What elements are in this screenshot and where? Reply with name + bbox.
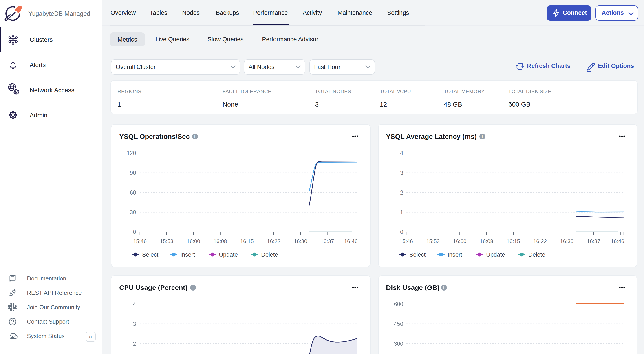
svg-text:90: 90 [130,169,136,176]
svg-text:2: 2 [400,189,403,196]
svg-text:16:08: 16:08 [213,238,227,244]
svg-text:15:46: 15:46 [133,238,146,244]
svg-text:i: i [192,285,193,290]
svg-text:15:53: 15:53 [426,238,440,244]
svg-text:16:15: 16:15 [240,238,254,244]
svg-text:16:30: 16:30 [560,238,573,244]
svg-text:4: 4 [400,149,403,156]
svg-text:0: 0 [400,229,403,235]
svg-text:Update: Update [219,251,238,258]
svg-text:15:53: 15:53 [160,238,173,244]
svg-text:i: i [482,134,482,139]
svg-text:60: 60 [130,189,136,196]
svg-text:Insert: Insert [447,251,462,258]
svg-text:Update: Update [486,251,505,258]
svg-text:Delete: Delete [261,251,278,258]
svg-text:1: 1 [400,209,403,215]
svg-text:3: 3 [400,169,403,176]
svg-text:600: 600 [394,301,403,307]
svg-text:4: 4 [133,301,136,307]
svg-text:15:46: 15:46 [399,238,413,244]
svg-text:120: 120 [126,149,136,156]
svg-text:16:37: 16:37 [586,238,600,244]
svg-text:Disk Usage (GB): Disk Usage (GB) [386,283,439,291]
svg-text:Delete: Delete [528,251,545,258]
svg-text:YSQL Average Latency (ms): YSQL Average Latency (ms) [386,132,476,140]
svg-text:Insert: Insert [180,251,195,258]
svg-text:16:37: 16:37 [320,238,334,244]
svg-text:16:22: 16:22 [267,238,280,244]
svg-text:450: 450 [394,320,403,327]
svg-text:YSQL Operations/Sec: YSQL Operations/Sec [119,132,190,140]
svg-text:30: 30 [130,209,136,215]
svg-text:16:15: 16:15 [506,238,520,244]
svg-text:300: 300 [394,340,403,346]
svg-text:16:46: 16:46 [610,238,624,244]
svg-text:16:00: 16:00 [186,238,200,244]
svg-text:16:46: 16:46 [344,238,358,244]
svg-text:Select: Select [409,251,426,258]
svg-text:16:30: 16:30 [294,238,307,244]
svg-text:i: i [443,285,444,290]
svg-text:CPU Usage (Percent): CPU Usage (Percent) [119,283,187,291]
svg-text:0: 0 [133,229,136,235]
svg-text:i: i [194,134,195,139]
svg-text:16:22: 16:22 [533,238,546,244]
svg-text:16:08: 16:08 [480,238,493,244]
svg-text:16:00: 16:00 [453,238,466,244]
svg-text:2: 2 [133,340,136,346]
svg-text:Select: Select [142,251,158,258]
svg-text:3: 3 [133,320,136,327]
